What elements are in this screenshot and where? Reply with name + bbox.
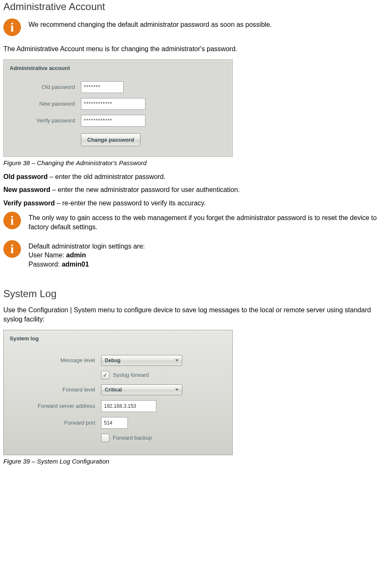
info-icon: i [3,212,21,229]
def-verify-password: Verify password – re-enter the new passw… [3,199,388,208]
syslog-intro: Use the Configuration | System menu to c… [3,306,388,324]
label-new-password: New password [10,101,81,107]
input-old-password[interactable]: ******* [81,81,124,93]
figure-38-caption: Figure 38 – Changing the Administrator's… [3,159,388,166]
info-text-3: Default administrator login settings are… [29,242,145,269]
info-icon: i [3,240,21,258]
admin-intro: The Administrative Account menu is for c… [3,44,388,54]
checkbox-label: Syslog forward [113,372,149,378]
section-heading-syslog: System Log [3,288,388,300]
select-forward-level[interactable]: Critical [101,384,182,395]
label-message-level: Message level [10,357,101,363]
input-verify-password[interactable]: ************ [81,115,145,127]
def-new-password: New password – enter the new administrat… [3,185,388,194]
chevron-down-icon [175,389,179,391]
info-text-2: The only way to gain access to the web m… [29,213,388,231]
checkbox-box: ✓ [101,371,109,379]
info-text-1: We recommend changing the default admini… [29,20,272,29]
checkbox-box [101,434,109,442]
system-log-panel: System log Message level Debug ✓ Syslog … [3,330,233,455]
input-new-password[interactable]: ************ [81,98,145,110]
change-password-button[interactable]: Change password [81,133,140,146]
label-forward-server: Forward server address [10,403,101,409]
input-forward-port[interactable]: 514 [101,417,128,429]
def-old-password: Old password – enter the old administrat… [3,172,388,181]
label-verify-password: Verify password [10,117,81,124]
figure-39-caption: Figure 39 – System Log Configuration [3,458,388,465]
label-forward-level: Forward level [10,386,101,393]
checkbox-syslog-forward[interactable]: ✓ Syslog forward [101,371,149,379]
select-message-level[interactable]: Debug [101,355,182,366]
section-heading-admin: Administrative Account [3,1,388,13]
chevron-down-icon [175,359,179,361]
checkbox-label: Forward backup [113,435,152,441]
info-icon: i [3,18,21,36]
label-old-password: Old password [10,84,81,90]
panel-title-admin: Administrative account [4,60,232,79]
admin-account-panel: Administrative account Old password ****… [3,60,233,157]
label-forward-port: Forward port [10,420,101,426]
checkbox-forward-backup[interactable]: Forward backup [101,434,152,442]
input-forward-server[interactable]: 192.168.3.153 [101,400,156,412]
panel-title-syslog: System log [4,330,232,352]
